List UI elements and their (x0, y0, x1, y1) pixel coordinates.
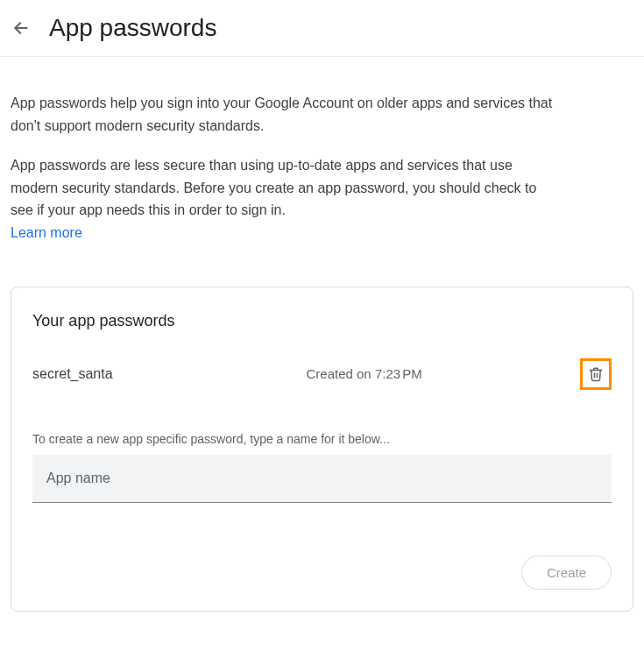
intro-paragraph-2: App passwords are less secure than using… (11, 154, 554, 244)
intro-paragraph-1: App passwords help you sign into your Go… (11, 92, 554, 137)
delete-password-button[interactable] (580, 358, 612, 390)
create-actions: Create (32, 555, 612, 590)
back-button[interactable] (11, 18, 32, 39)
app-passwords-card: Your app passwords secret_santa Created … (11, 287, 633, 612)
create-button[interactable]: Create (521, 555, 612, 590)
arrow-left-icon (12, 19, 30, 37)
card-title: Your app passwords (32, 312, 612, 330)
page-title: App passwords (49, 14, 216, 42)
app-name-input[interactable] (32, 455, 612, 503)
password-row: secret_santa Created on 7:23 PM (32, 358, 612, 390)
password-created: Created on 7:23 PM (307, 366, 581, 381)
content: App passwords help you sign into your Go… (0, 57, 644, 622)
password-name: secret_santa (32, 366, 307, 382)
page-header: App passwords (0, 0, 644, 57)
learn-more-link[interactable]: Learn more (11, 225, 82, 240)
trash-icon (588, 366, 604, 382)
create-help-text: To create a new app specific password, t… (32, 432, 612, 446)
